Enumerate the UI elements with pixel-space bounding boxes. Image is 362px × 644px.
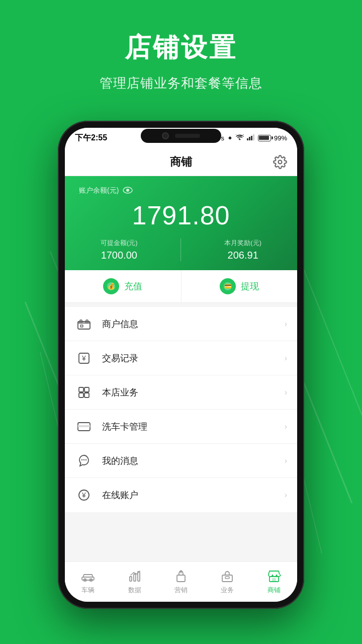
withdraw-label: 提现 [241, 280, 259, 292]
vehicles-tab-icon [80, 569, 96, 583]
menu-item-transaction[interactable]: ¥ 交易记录 › [65, 341, 297, 375]
menu-item-carwash-card[interactable]: 洗车卡管理 › [65, 410, 297, 444]
svg-point-6 [239, 138, 240, 140]
business-tab-icon [219, 569, 235, 583]
store-tab-icon [266, 569, 282, 583]
svg-rect-9 [251, 136, 252, 140]
store-business-icon [75, 383, 93, 401]
online-account-icon: ¥ [75, 486, 93, 504]
merchant-info-icon [75, 315, 93, 333]
data-tab-label: 数据 [128, 586, 141, 595]
svg-rect-10 [253, 134, 254, 140]
balance-card: 账户余额(元) 1791.80 可提金额(元) 1700.00 本月奖励(元) [65, 176, 297, 270]
page-title: 店铺设置 [0, 30, 362, 65]
online-account-label: 在线账户 [102, 489, 285, 501]
business-tab-label: 业务 [221, 586, 234, 595]
balance-details: 可提金额(元) 1700.00 本月奖励(元) 206.91 [79, 238, 283, 270]
menu-list: 商户信息 › ¥ 交易记录 › [65, 307, 297, 512]
svg-rect-27 [84, 393, 89, 397]
phone-mockup: 下午2:55 35.6K/s ✦ [58, 121, 304, 609]
withdraw-button[interactable]: 💳 提现 [182, 270, 298, 302]
menu-item-merchant-info[interactable]: 商户信息 › [65, 307, 297, 341]
svg-point-11 [279, 160, 282, 164]
store-business-label: 本店业务 [102, 386, 285, 398]
svg-rect-29 [78, 425, 90, 427]
eye-toggle-icon[interactable] [123, 187, 133, 195]
merchant-info-label: 商户信息 [102, 318, 285, 330]
svg-rect-8 [249, 137, 250, 140]
svg-rect-43 [225, 577, 229, 579]
status-time: 下午2:55 [75, 133, 107, 143]
carwash-card-icon [75, 418, 93, 436]
signal-icon [247, 134, 255, 142]
recharge-button[interactable]: 💰 充值 [65, 270, 182, 302]
phone-camera [162, 132, 169, 139]
marketing-tab-icon [173, 569, 189, 583]
withdrawable-value: 1700.00 [101, 250, 138, 261]
svg-point-32 [85, 459, 86, 460]
svg-rect-24 [79, 387, 83, 392]
wifi-icon [236, 134, 244, 142]
phone-top-bar [141, 129, 221, 143]
app-topbar-title: 商铺 [170, 154, 192, 170]
svg-rect-38 [130, 577, 132, 581]
tab-data[interactable]: 数据 [111, 569, 157, 595]
messages-arrow: › [285, 456, 287, 465]
battery-percent: 99% [274, 134, 287, 142]
tab-bar: 车辆 数据 [65, 561, 297, 602]
svg-rect-25 [84, 387, 89, 392]
phone-screen: 下午2:55 35.6K/s ✦ [65, 128, 297, 602]
battery-icon [258, 135, 271, 141]
svg-point-13 [126, 189, 129, 192]
balance-divider [180, 238, 181, 261]
withdrawable-label: 可提金额(元) [101, 238, 138, 248]
recharge-icon: 💰 [103, 278, 119, 294]
messages-icon [75, 452, 93, 470]
page-subtitle: 管理店铺业务和套餐等信息 [0, 74, 362, 92]
monthly-bonus-value: 206.91 [224, 250, 261, 261]
transaction-label: 交易记录 [102, 352, 285, 364]
monthly-bonus-section: 本月奖励(元) 206.91 [224, 238, 261, 261]
tab-vehicles[interactable]: 车辆 [65, 569, 111, 595]
tab-marketing[interactable]: 营销 [158, 569, 204, 595]
data-tab-icon [127, 569, 143, 583]
balance-amount: 1791.80 [79, 200, 283, 230]
carwash-card-arrow: › [285, 422, 287, 431]
svg-rect-41 [177, 575, 185, 582]
menu-item-messages[interactable]: 我的消息 › [65, 444, 297, 478]
menu-item-online-account[interactable]: ¥ 在线账户 › [65, 478, 297, 512]
withdraw-icon: 💳 [220, 278, 236, 294]
withdrawable-section: 可提金额(元) 1700.00 [101, 238, 138, 261]
marketing-tab-label: 营销 [174, 586, 188, 595]
svg-text:¥: ¥ [81, 491, 86, 499]
page-header: 店铺设置 管理店铺业务和套餐等信息 [0, 30, 362, 92]
store-tab-label: 商铺 [267, 586, 281, 595]
transaction-arrow: › [285, 354, 287, 363]
svg-point-31 [81, 459, 82, 460]
svg-rect-39 [134, 574, 136, 581]
svg-text:💰: 💰 [108, 282, 115, 290]
vehicles-tab-label: 车辆 [81, 586, 95, 595]
tab-store[interactable]: 商铺 [251, 569, 297, 595]
store-business-arrow: › [285, 388, 287, 397]
svg-rect-45 [272, 578, 276, 581]
svg-text:💳: 💳 [224, 282, 231, 290]
tab-business[interactable]: 业务 [204, 569, 250, 595]
svg-rect-7 [247, 138, 248, 140]
online-account-arrow: › [285, 491, 287, 500]
menu-item-store-business[interactable]: 本店业务 › [65, 375, 297, 410]
transaction-icon: ¥ [75, 349, 93, 367]
monthly-bonus-label: 本月奖励(元) [224, 238, 261, 248]
svg-rect-21 [80, 325, 83, 327]
messages-label: 我的消息 [102, 455, 285, 467]
action-buttons: 💰 充值 💳 提现 [65, 270, 297, 303]
recharge-label: 充值 [124, 280, 142, 292]
app-topbar: 商铺 [65, 148, 297, 176]
carwash-card-label: 洗车卡管理 [102, 421, 285, 433]
svg-text:¥: ¥ [81, 354, 86, 362]
phone-speaker [175, 134, 200, 138]
settings-icon[interactable] [273, 155, 287, 169]
bluetooth-icon: ✦ [227, 134, 233, 142]
merchant-info-arrow: › [285, 319, 287, 329]
balance-label: 账户余额(元) [79, 186, 283, 195]
